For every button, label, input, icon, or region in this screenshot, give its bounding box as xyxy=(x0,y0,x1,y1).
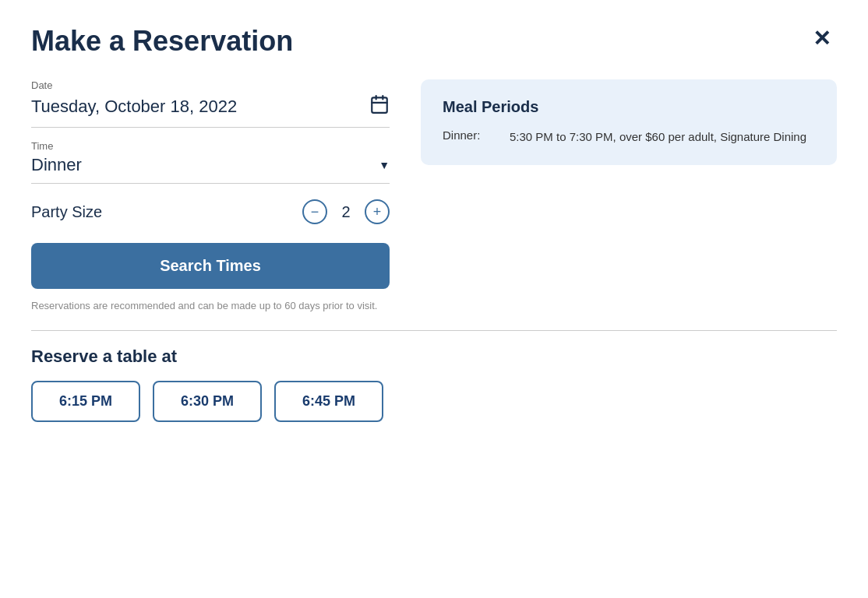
date-label: Date xyxy=(31,79,390,91)
date-divider xyxy=(31,127,390,128)
party-size-label: Party Size xyxy=(31,203,102,221)
date-field-group: Date Tuesday, October 18, 2022 xyxy=(31,79,390,128)
date-value: Tuesday, October 18, 2022 xyxy=(31,97,237,117)
time-divider xyxy=(31,183,390,184)
left-panel: Date Tuesday, October 18, 2022 xyxy=(31,79,390,311)
calendar-icon[interactable] xyxy=(369,94,390,119)
time-slot-645[interactable]: 6:45 PM xyxy=(274,381,383,422)
time-dropdown-row[interactable]: Dinner ▼ xyxy=(31,155,390,183)
modal-title: Make a Reservation xyxy=(31,25,293,58)
party-count: 2 xyxy=(338,203,354,221)
search-times-button[interactable]: Search Times xyxy=(31,243,390,289)
time-slot-615[interactable]: 6:15 PM xyxy=(31,381,140,422)
svg-rect-0 xyxy=(372,97,387,112)
increment-party-button[interactable]: + xyxy=(365,199,390,224)
time-field-group: Time Dinner ▼ xyxy=(31,140,390,184)
close-button[interactable]: ✕ xyxy=(806,25,837,53)
meal-row: Dinner: 5:30 PM to 7:30 PM, over $60 per… xyxy=(443,128,815,146)
section-divider xyxy=(31,330,837,331)
meal-periods-panel: Meal Periods Dinner: 5:30 PM to 7:30 PM,… xyxy=(421,79,837,165)
meal-detail: 5:30 PM to 7:30 PM, over $60 per adult, … xyxy=(510,128,806,146)
time-value: Dinner xyxy=(31,155,82,175)
time-label: Time xyxy=(31,140,390,152)
meal-type-label: Dinner: xyxy=(443,128,497,146)
decrement-party-button[interactable]: − xyxy=(302,199,327,224)
reservation-note: Reservations are recommended and can be … xyxy=(31,300,390,311)
party-size-controls: − 2 + xyxy=(302,199,390,224)
dropdown-arrow-icon: ▼ xyxy=(379,159,390,171)
party-size-row: Party Size − 2 + xyxy=(31,199,390,224)
meal-periods-title: Meal Periods xyxy=(443,98,815,116)
reservation-modal: Make a Reservation ✕ Date Tuesday, Octob… xyxy=(0,0,868,598)
reserve-section: Reserve a table at 6:15 PM 6:30 PM 6:45 … xyxy=(31,346,837,422)
modal-header: Make a Reservation ✕ xyxy=(31,25,837,58)
date-value-row: Tuesday, October 18, 2022 xyxy=(31,94,390,127)
reserve-section-title: Reserve a table at xyxy=(31,346,837,367)
time-slot-630[interactable]: 6:30 PM xyxy=(153,381,262,422)
time-slots: 6:15 PM 6:30 PM 6:45 PM xyxy=(31,381,837,422)
content-row: Date Tuesday, October 18, 2022 xyxy=(31,79,837,311)
